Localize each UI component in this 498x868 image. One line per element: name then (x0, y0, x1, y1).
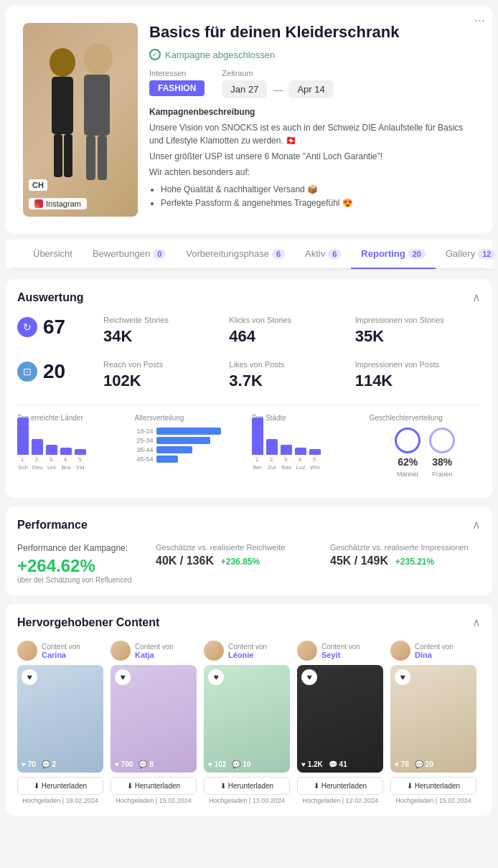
likes-posts: Likes von Posts 3.7K (229, 360, 354, 390)
download-button[interactable]: ⬇ Herunterladen (17, 777, 103, 795)
performance-chevron: ∧ (472, 518, 481, 532)
interests-label: Interessen (149, 69, 205, 77)
list-item: Perfekte Passform & angenehmes Tragegefü… (161, 197, 475, 210)
platform-badge: Instagram (29, 198, 87, 209)
content-avatar (297, 641, 317, 661)
reichweite-stories: Reichweite Stories 34K (103, 316, 229, 346)
content-author-pre: Content von (228, 643, 267, 651)
content-image: ♥ ♥ 700 💬 8 (111, 665, 197, 773)
auswertung-chevron: ∧ (472, 291, 481, 304)
description-p1: Unsere Vision von SNOCKS ist es auch in … (149, 121, 475, 147)
stories-count: 67 (43, 316, 65, 339)
comments-stat: 💬 10 (232, 760, 250, 768)
content-avatar (17, 641, 37, 661)
age-chart: Altersverteilung 18-24 25-34 35-44 45-54 (135, 414, 247, 478)
country-badge: CH (29, 179, 47, 191)
tab-gallery[interactable]: Gallery12 (436, 240, 498, 269)
klicks-stories: Klicks von Stories 464 (229, 316, 354, 346)
description-title: Kampagnenbeschreibung (149, 107, 475, 117)
tab-ubersicht[interactable]: Übersicht (23, 240, 83, 269)
perf-campaign-sub: über der Schätzung von Refluenced (17, 576, 132, 584)
status-icon (149, 49, 161, 60)
tab-vorbereitungsphase[interactable]: Vorbereitungsphase6 (176, 240, 295, 269)
stories-stats-row: ↻ 67 Reichweite Stories 34K Klicks von S… (17, 316, 481, 346)
more-options-button[interactable]: ··· (474, 13, 485, 28)
campaign-title: Basics für deinen Kleiderschrank (149, 23, 475, 42)
campaign-status: Kampagne abgeschlossen (149, 49, 275, 60)
period-label: Zeitraum (222, 69, 333, 77)
download-button[interactable]: ⬇ Herunterladen (204, 777, 290, 795)
description-intro: Wir achten besonders auf: (149, 166, 475, 179)
auswertung-title: Auswertung (17, 291, 83, 304)
auswertung-section-header[interactable]: Auswertung ∧ (6, 279, 492, 316)
comments-stat: 💬 2 (42, 760, 56, 768)
content-author-name: Dina (415, 651, 454, 659)
performance-title: Performance (17, 519, 88, 532)
perf-campaign-value: +264.62% (17, 556, 132, 576)
heart-button[interactable]: ♥ (301, 669, 317, 685)
campaign-image: CH Instagram (23, 23, 138, 217)
content-stats: ♥ 70 💬 2 (22, 760, 56, 768)
heart-button[interactable]: ♥ (115, 669, 131, 685)
content-stats: ♥ 1.2K 💬 41 (301, 760, 347, 768)
content-card: Content von Katja ♥ ♥ 700 💬 8 ⬇ Herunter… (111, 641, 197, 804)
heart-button[interactable]: ♥ (395, 669, 410, 685)
date-range: Jan 27 — Apr 14 (222, 80, 333, 98)
posts-stats-row: ⊡ 20 Reach von Posts 102K Likes von Post… (17, 360, 481, 390)
svg-rect-1 (52, 77, 73, 134)
svg-point-4 (84, 43, 113, 75)
cities-chart: Top Städte 1. Ber 2. Zur 3. Bas 4. Luz 5… (252, 414, 364, 478)
tab-navigation: Übersicht Bewerbungen0 Vorbereitungsphas… (11, 240, 487, 269)
upload-date: Hochgeladen | 12.02.2024 (297, 797, 383, 804)
countries-chart: Top erreichte Länder 1. Sch 2. Deu 3. Un… (17, 414, 129, 478)
content-author-pre: Content von (415, 643, 454, 651)
likes-stat: ♥ 700 (115, 760, 133, 768)
content-image: ♥ ♥ 1.2K 💬 41 (297, 665, 383, 773)
content-image: ♥ ♥ 102 💬 10 (204, 665, 290, 773)
posts-count-main: ⊡ 20 (17, 360, 103, 383)
stories-count-main: ↻ 67 (17, 316, 103, 339)
download-button[interactable]: ⬇ Herunterladen (111, 777, 197, 795)
content-avatar (111, 641, 131, 661)
description-list: Hohe Qualität & nachhaltiger Versand 📦 P… (161, 183, 475, 210)
date-end: Apr 14 (288, 80, 333, 98)
tab-bewerbungen[interactable]: Bewerbungen0 (83, 240, 176, 269)
likes-stat: ♥ 70 (22, 760, 36, 768)
content-chevron: ∧ (472, 615, 481, 629)
content-section-header[interactable]: Hervorgehobener Content ∧ (6, 604, 492, 641)
comments-stat: 💬 20 (415, 760, 433, 768)
tab-reporting[interactable]: Reporting20 (351, 240, 436, 269)
content-stats: ♥ 76 💬 20 (395, 760, 433, 768)
svg-point-0 (50, 48, 75, 77)
content-author-pre: Content von (321, 643, 360, 651)
content-author-name: Carina (42, 651, 80, 659)
content-title: Hervorgehobener Content (17, 616, 159, 629)
content-stats: ♥ 102 💬 10 (208, 760, 250, 768)
interest-tag: FASHION (149, 80, 205, 96)
perf-reach-stat: Geschätzte vs. realisierte Reichweite 40… (156, 543, 306, 567)
likes-stat: ♥ 1.2K (301, 760, 323, 768)
svg-rect-5 (84, 75, 110, 136)
heart-button[interactable]: ♥ (208, 669, 224, 685)
content-cards-container: Content von Carina ♥ ♥ 70 💬 2 ⬇ Herunter… (6, 641, 492, 816)
likes-stat: ♥ 76 (395, 760, 409, 768)
upload-date: Hochgeladen | 19.02.2024 (17, 797, 103, 804)
heart-button[interactable]: ♥ (22, 669, 37, 685)
content-avatar (390, 641, 410, 661)
svg-rect-2 (54, 134, 62, 177)
content-author-name: Léonie (228, 651, 267, 659)
posts-icon: ⊡ (17, 362, 37, 382)
posts-count: 20 (43, 360, 65, 383)
description-p2: Unser größter USP ist unsere 6 Monate "A… (149, 150, 475, 163)
download-button[interactable]: ⬇ Herunterladen (297, 777, 383, 795)
perf-campaign-label: Performance der Kampagne: (17, 543, 132, 553)
content-image: ♥ ♥ 70 💬 2 (17, 665, 103, 773)
date-start: Jan 27 (222, 80, 267, 98)
performance-section-header[interactable]: Performance ∧ (6, 506, 492, 543)
svg-rect-6 (86, 136, 95, 180)
download-button[interactable]: ⬇ Herunterladen (390, 777, 476, 795)
content-stats: ♥ 700 💬 8 (115, 760, 154, 768)
reach-posts: Reach von Posts 102K (103, 360, 229, 390)
tab-aktiv[interactable]: Aktiv6 (295, 240, 351, 269)
content-author-pre: Content von (135, 643, 174, 651)
